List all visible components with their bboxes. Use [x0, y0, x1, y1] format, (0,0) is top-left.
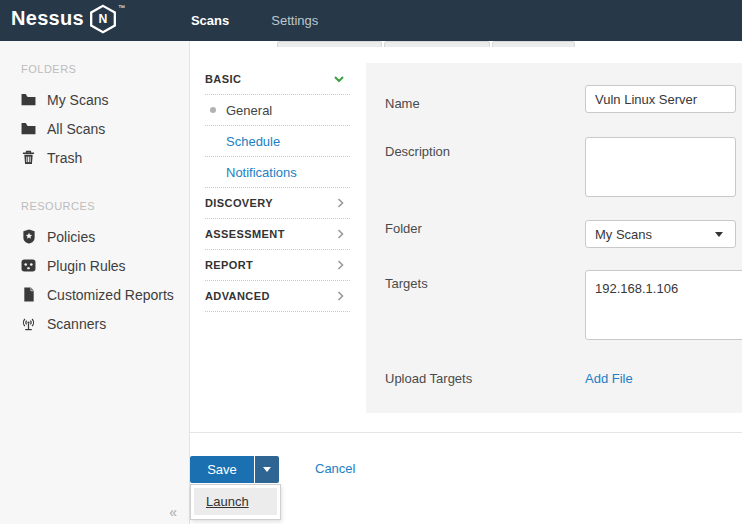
folder-icon — [21, 121, 36, 136]
sidebar-item-scanners[interactable]: Scanners — [0, 309, 189, 338]
save-dropdown-menu: Launch — [190, 484, 281, 520]
folder-label: Folder — [385, 221, 422, 236]
nav-item-scans[interactable]: Scans — [191, 0, 229, 41]
section-label: ADVANCED — [205, 290, 270, 302]
section-label: DISCOVERY — [205, 197, 273, 209]
shield-star-icon — [21, 229, 36, 244]
chevron-right-icon — [337, 260, 344, 270]
settings-item-label: General — [226, 103, 272, 118]
chevron-right-icon — [337, 291, 344, 301]
settings-section-report[interactable]: REPORT — [205, 250, 350, 281]
scan-settings-form: Name Description Folder My Scans Targets… — [366, 63, 742, 413]
settings-section-discovery[interactable]: DISCOVERY — [205, 188, 350, 219]
upload-targets-label: Upload Targets — [385, 371, 472, 386]
folder-select-value: My Scans — [595, 227, 715, 242]
trademark-symbol: ™ — [118, 4, 125, 11]
section-label: REPORT — [205, 259, 253, 271]
settings-item-notifications[interactable]: Notifications — [205, 157, 350, 188]
scanner-icon — [21, 316, 36, 331]
targets-textarea[interactable]: 192.168.1.106 — [585, 270, 742, 340]
sidebar-section-folders: FOLDERS — [21, 63, 189, 75]
name-label: Name — [385, 96, 420, 111]
nav-item-settings[interactable]: Settings — [271, 0, 318, 41]
settings-item-general[interactable]: General — [205, 95, 350, 126]
sidebar-item-label: Scanners — [47, 316, 106, 332]
navbar-menu: Scans Settings — [191, 0, 318, 41]
sidebar-item-label: Policies — [47, 229, 95, 245]
settings-section-advanced[interactable]: ADVANCED — [205, 281, 350, 312]
section-label: ASSESSMENT — [205, 228, 285, 240]
top-navbar: Nessus N ™ Scans Settings — [0, 0, 742, 41]
description-textarea[interactable] — [585, 137, 736, 197]
document-icon — [21, 287, 36, 302]
settings-item-label: Notifications — [226, 165, 297, 180]
settings-section-basic[interactable]: BASIC — [205, 64, 350, 95]
settings-nav: BASIC General Schedule Notifications DIS… — [205, 64, 350, 312]
sidebar-collapse-icon[interactable]: « — [163, 502, 183, 522]
sidebar: FOLDERS My Scans All Scans Trash — [0, 41, 190, 524]
chevron-right-icon — [337, 229, 344, 239]
active-bullet-icon — [210, 107, 216, 113]
plug-icon — [21, 258, 36, 273]
sidebar-section-resources: RESOURCES — [21, 200, 189, 212]
sidebar-item-trash[interactable]: Trash — [0, 143, 189, 172]
name-input[interactable] — [585, 85, 736, 113]
settings-section-assessment[interactable]: ASSESSMENT — [205, 219, 350, 250]
folder-select[interactable]: My Scans — [585, 220, 736, 248]
settings-item-schedule[interactable]: Schedule — [205, 126, 350, 157]
add-file-link[interactable]: Add File — [585, 371, 633, 386]
folder-icon — [21, 92, 36, 107]
sidebar-item-customized-reports[interactable]: Customized Reports — [0, 280, 189, 309]
targets-label: Targets — [385, 276, 428, 291]
chevron-right-icon — [337, 198, 344, 208]
save-button[interactable]: Save — [190, 456, 254, 483]
section-label: BASIC — [205, 73, 241, 85]
sidebar-item-label: All Scans — [47, 121, 105, 137]
nessus-app: Nessus N ™ Scans Settings FOLDERS My S — [0, 0, 742, 524]
chevron-down-icon — [334, 76, 344, 83]
brand-name: Nessus — [11, 3, 84, 33]
settings-item-label: Schedule — [226, 134, 280, 149]
sidebar-item-all-scans[interactable]: All Scans — [0, 114, 189, 143]
sidebar-item-label: My Scans — [47, 92, 108, 108]
save-dropdown-toggle[interactable] — [255, 456, 279, 483]
sidebar-item-label: Trash — [47, 150, 82, 166]
tab-sliver-3[interactable] — [492, 41, 575, 47]
cancel-link[interactable]: Cancel — [315, 461, 355, 476]
menu-item-launch[interactable]: Launch — [194, 488, 277, 515]
description-label: Description — [385, 144, 450, 159]
sidebar-item-plugin-rules[interactable]: Plugin Rules — [0, 251, 189, 280]
hexagon-letter: N — [99, 12, 108, 26]
nessus-hexagon-icon: N — [89, 4, 117, 38]
sidebar-item-label: Customized Reports — [47, 287, 174, 303]
tab-sliver-1[interactable] — [277, 41, 382, 47]
sidebar-item-my-scans[interactable]: My Scans — [0, 85, 189, 114]
trash-icon — [21, 150, 36, 165]
sidebar-item-policies[interactable]: Policies — [0, 222, 189, 251]
footer-divider — [190, 432, 742, 433]
select-caret-icon — [715, 232, 723, 237]
nessus-logo[interactable]: Nessus N ™ — [11, 3, 125, 38]
caret-down-icon — [263, 467, 271, 472]
tab-sliver-2[interactable] — [384, 41, 490, 47]
sidebar-item-label: Plugin Rules — [47, 258, 126, 274]
